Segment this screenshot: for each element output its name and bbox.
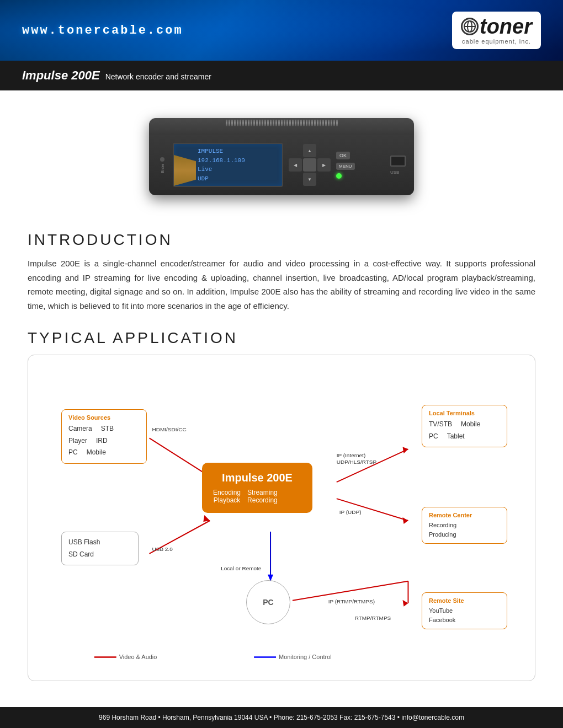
- product-description: Network encoder and streamer: [105, 72, 211, 81]
- center-box-title: Impulse 200E: [213, 472, 301, 484]
- remote-center-box: Remote Center Recording Producing: [422, 507, 507, 544]
- nav-left-button[interactable]: ◀: [289, 158, 302, 172]
- nav-empty-3: [289, 173, 302, 186]
- svg-text:UDP/HLS/RTSP: UDP/HLS/RTSP: [337, 459, 377, 465]
- power-led: [336, 173, 342, 179]
- svg-text:Video & Audio: Video & Audio: [119, 654, 157, 660]
- pc-box: PC: [246, 580, 290, 624]
- svg-text:Local or Remote: Local or Remote: [221, 565, 262, 571]
- svg-line-3: [150, 438, 210, 477]
- video-sources-box: Video Sources CameraSTB PlayerIRD PCMobi…: [61, 409, 147, 464]
- pc-label: PC: [263, 598, 273, 607]
- device-image-container: Enter IMPULSE 192.168.1.100 Live UDP: [28, 118, 535, 215]
- nav-empty-2: [317, 144, 331, 157]
- device-usb-area: USB: [390, 156, 406, 175]
- svg-text:IP (RTMP/RTMPS): IP (RTMP/RTMPS): [328, 598, 375, 604]
- svg-text:IP (Internet): IP (Internet): [337, 452, 365, 458]
- typical-application-title: TYPICAL APPLICATION: [28, 329, 535, 347]
- local-terminals-box: Local Terminals TV/STBMobile PCTablet: [422, 405, 507, 447]
- nav-empty-4: [317, 173, 331, 186]
- svg-text:USB 2.0: USB 2.0: [152, 546, 173, 552]
- usb-storage-box: USB Flash SD Card: [61, 532, 139, 565]
- local-terminals-items: TV/STBMobile PCTablet: [429, 419, 500, 442]
- device-front: Enter IMPULSE 192.168.1.100 Live UDP: [149, 135, 414, 195]
- svg-line-14: [293, 581, 408, 601]
- nav-up-button[interactable]: ▲: [303, 144, 316, 157]
- nav-empty-1: [289, 144, 302, 157]
- nav-down-button[interactable]: ▼: [303, 173, 316, 186]
- ok-button[interactable]: OK: [336, 152, 350, 159]
- device-label-area: Enter: [157, 157, 167, 173]
- application-diagram: HDMI/SDI/CC USB 2.0 IP (Internet) UDP/HL…: [50, 372, 513, 670]
- usb-label: USB: [390, 170, 406, 175]
- screen-text: IMPULSE 192.168.1.100 Live UDP: [178, 147, 278, 183]
- footer-address: 969 Horsham Road • Horsham, Pennsylvania…: [99, 714, 464, 721]
- svg-text:IP (UDP): IP (UDP): [339, 509, 362, 515]
- logo-brand: toner: [461, 16, 532, 37]
- svg-marker-25: [402, 517, 408, 524]
- svg-marker-27: [402, 600, 408, 607]
- menu-button[interactable]: MENU: [336, 163, 355, 170]
- svg-line-10: [337, 499, 408, 521]
- video-sources-items: CameraSTB PlayerIRD PCMobile: [68, 423, 140, 459]
- header: www.tonercable.com toner cable equipment…: [0, 0, 563, 61]
- logo-text: toner: [480, 16, 532, 37]
- svg-text:RTMP/RTMPS: RTMP/RTMPS: [355, 615, 391, 621]
- svg-line-5: [150, 521, 210, 554]
- nav-right-button[interactable]: ▶: [317, 158, 331, 172]
- video-sources-title: Video Sources: [68, 414, 140, 421]
- logo-box: toner cable equipment, inc.: [452, 12, 541, 49]
- device-body: Enter IMPULSE 192.168.1.100 Live UDP: [149, 118, 414, 195]
- remote-site-title: Remote Site: [429, 597, 500, 604]
- usb-port: [390, 156, 406, 167]
- svg-text:HDMI/SDI/CC: HDMI/SDI/CC: [152, 426, 187, 432]
- usb-storage-items: USB Flash SD Card: [68, 537, 131, 560]
- svg-marker-24: [402, 447, 408, 453]
- intro-title: INTRODUCTION: [28, 231, 535, 249]
- device-small-button: [160, 157, 164, 162]
- product-name: Impulse 200E: [22, 68, 100, 83]
- nav-center-button[interactable]: [303, 158, 316, 172]
- header-url: www.tonercable.com: [22, 24, 183, 38]
- center-box-features: Encoding Playback Streaming Recording: [213, 489, 301, 504]
- remote-site-items: YouTube Facebook: [429, 606, 500, 624]
- device-image: Enter IMPULSE 192.168.1.100 Live UDP: [149, 118, 414, 215]
- main-content: Enter IMPULSE 192.168.1.100 Live UDP: [0, 90, 563, 714]
- remote-site-box: Remote Site YouTube Facebook: [422, 592, 507, 629]
- svg-text:Monitoring / Control: Monitoring / Control: [279, 654, 332, 660]
- local-terminals-title: Local Terminals: [429, 410, 500, 416]
- impulse-center-box: Impulse 200E Encoding Playback Streaming…: [202, 463, 312, 513]
- intro-body: Impulse 200E is a single-channel encoder…: [28, 256, 535, 313]
- diagram-container: HDMI/SDI/CC USB 2.0 IP (Internet) UDP/HL…: [28, 355, 535, 681]
- logo-subtitle: cable equipment, inc.: [462, 38, 531, 45]
- remote-center-title: Remote Center: [429, 512, 500, 518]
- globe-icon: [461, 18, 479, 35]
- svg-line-7: [337, 449, 408, 482]
- footer: 969 Horsham Road • Horsham, Pennsylvania…: [0, 707, 563, 728]
- remote-center-items: Recording Producing: [429, 521, 500, 539]
- svg-marker-23: [203, 515, 210, 522]
- device-screen: IMPULSE 192.168.1.100 Live UDP: [173, 143, 283, 187]
- device-ok-area: OK MENU: [336, 152, 355, 179]
- device-vents: [177, 118, 386, 128]
- device-nav-buttons: ▲ ◀ ▶ ▼: [289, 144, 331, 186]
- title-bar: Impulse 200E Network encoder and streame…: [0, 61, 563, 90]
